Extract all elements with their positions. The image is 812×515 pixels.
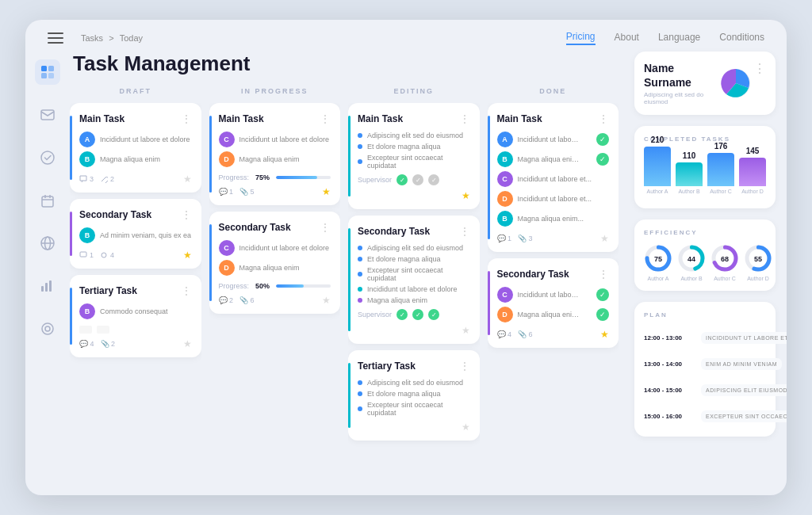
card-menu-icon[interactable]: ⋮ (320, 113, 331, 125)
col-done-header: DONE (488, 87, 619, 95)
check-circle: ✓ (428, 174, 439, 185)
avatar-done-d2: D (497, 307, 513, 322)
chat-count: 3 (79, 175, 94, 183)
svg-rect-6 (42, 196, 53, 207)
star-icon[interactable]: ★ (183, 174, 192, 185)
svg-rect-14 (80, 252, 86, 257)
star-icon[interactable]: ★ (322, 186, 331, 197)
chat-count: 💬 2 (219, 296, 234, 304)
plan-row-0: 12:00 - 13:00 INCIDIDUNT UT LABORE ET (644, 326, 766, 349)
svg-text:44: 44 (688, 255, 695, 263)
kanban-board: DRAFT Main Task ⋮ A (70, 87, 619, 495)
col-inprogress: IN PROGRESS Main Task ⋮ C (209, 87, 341, 495)
sidebar-icon-mail[interactable] (35, 102, 60, 128)
avatar-c: C (219, 132, 235, 147)
nav-language[interactable]: Language (658, 32, 700, 44)
check-circle: ✓ (396, 174, 408, 185)
svg-rect-10 (45, 283, 48, 292)
card-menu-icon[interactable]: ⋮ (181, 208, 192, 221)
chat-count: 💬 1 (219, 188, 234, 196)
avatar-d: D (219, 151, 235, 167)
sidebar-icon-globe[interactable] (35, 231, 60, 256)
plan-section: PLAN 12:00 - 13:00 INCIDIDUNT UT LABORE … (634, 302, 776, 437)
content: Task Management DRAFT Main Task ⋮ (70, 45, 628, 495)
attach-count: 📎 5 (239, 188, 255, 196)
col-inprogress-header: IN PROGRESS (209, 87, 341, 95)
col-done: DONE Main Task ⋮ (488, 87, 619, 495)
check-circle: ✓ (412, 309, 423, 320)
attach-count: 4 (100, 251, 114, 259)
done-tick: ✓ (596, 308, 609, 321)
draft-tertiary-task: Tertiary Task ⋮ B Commodo consequat (70, 275, 201, 357)
right-panel: Name Surname Adipiscing elit sed do eius… (628, 45, 787, 495)
bar-chart: 210 Author A 110 Author B 176 Author C (644, 151, 766, 194)
svg-text:75: 75 (654, 255, 662, 263)
top-nav: Tasks > Today Pricing About Language Con… (25, 20, 787, 45)
ip-main-task: Main Task ⋮ C Incididunt ut labore et do… (209, 103, 341, 205)
star-icon[interactable]: ★ (462, 422, 470, 433)
sidebar (25, 45, 70, 495)
svg-rect-1 (48, 66, 54, 71)
star-icon[interactable]: ★ (462, 190, 470, 201)
donut-row: 75 Author A 44 Author B (644, 244, 766, 281)
svg-rect-2 (41, 73, 47, 78)
done-main-task: Main Task ⋮ A Incididunt ut labore et... (488, 103, 619, 252)
card-menu-icon[interactable]: ⋮ (459, 113, 470, 125)
done-tick: ✓ (596, 133, 609, 146)
sidebar-icon-grid[interactable] (35, 59, 60, 85)
chat-count: 💬 4 (497, 330, 512, 338)
svg-point-12 (42, 323, 53, 334)
done-tick: ✓ (596, 288, 609, 301)
svg-rect-9 (41, 286, 44, 292)
svg-point-13 (45, 326, 50, 331)
user-subtitle: Adipiscing elit sed do eiusmod (644, 91, 718, 105)
page-title: Task Management (70, 52, 619, 76)
star-icon[interactable]: ★ (183, 338, 192, 349)
star-icon[interactable]: ★ (600, 329, 609, 340)
check-circle: ✓ (428, 309, 439, 320)
avatar-done-d: D (497, 191, 513, 207)
card-menu-icon[interactable]: ⋮ (320, 221, 331, 234)
sidebar-icon-calendar[interactable] (35, 188, 60, 213)
nav-pricing[interactable]: Pricing (566, 31, 596, 45)
card-menu-icon[interactable]: ⋮ (598, 113, 609, 125)
col-done-cards: Main Task ⋮ A Incididunt ut labore et... (488, 103, 619, 495)
star-icon[interactable]: ★ (183, 250, 192, 261)
nav-about[interactable]: About (615, 32, 639, 44)
card-menu-icon[interactable]: ⋮ (181, 113, 192, 125)
card-menu-icon[interactable]: ⋮ (459, 225, 470, 238)
col-editing-header: EDITING (348, 87, 480, 95)
sidebar-icon-check[interactable] (35, 145, 60, 170)
draft-secondary-task: Secondary Task ⋮ B Ad minim veniam, quis… (70, 199, 201, 269)
chat-count: 1 (79, 251, 94, 259)
card-menu-icon[interactable]: ⋮ (598, 268, 609, 280)
user-menu[interactable]: ⋮ (753, 61, 766, 76)
star-icon[interactable]: ★ (462, 325, 470, 336)
star-icon[interactable]: ★ (600, 233, 609, 244)
nav-links: Pricing About Language Conditions (566, 31, 764, 45)
col-draft-cards: Main Task ⋮ A Incididunt ut labore et do… (70, 103, 201, 495)
nav-conditions[interactable]: Conditions (719, 32, 764, 44)
card-menu-icon[interactable]: ⋮ (181, 284, 192, 297)
attach-count: 📎 2 (101, 340, 116, 348)
star-icon[interactable]: ★ (322, 295, 331, 306)
hamburger-menu[interactable] (48, 32, 63, 44)
sidebar-icon-chart[interactable] (35, 273, 60, 299)
avatar-done-c: C (497, 171, 513, 187)
attach-count: 📎 6 (239, 296, 255, 304)
avatar-b3: B (79, 303, 95, 319)
avatar-a: A (79, 132, 95, 147)
avatar-c2: C (219, 240, 235, 256)
edit-tertiary-task: Tertiary Task ⋮ Adipiscing elit sed do e… (348, 350, 480, 441)
svg-text:68: 68 (721, 255, 729, 263)
edit-secondary-task: Secondary Task ⋮ Adipiscing elit sed do … (348, 216, 480, 344)
breadcrumb: Tasks > Today (81, 33, 557, 43)
avatar-done-a: A (497, 132, 513, 147)
svg-rect-0 (41, 66, 47, 71)
svg-rect-11 (49, 280, 52, 292)
card-menu-icon[interactable]: ⋮ (459, 360, 470, 372)
check-circle: ✓ (396, 309, 408, 320)
avatar-done-c2: C (497, 287, 513, 303)
draft-main-task: Main Task ⋮ A Incididunt ut labore et do… (70, 103, 201, 193)
sidebar-icon-layers[interactable] (35, 316, 60, 341)
